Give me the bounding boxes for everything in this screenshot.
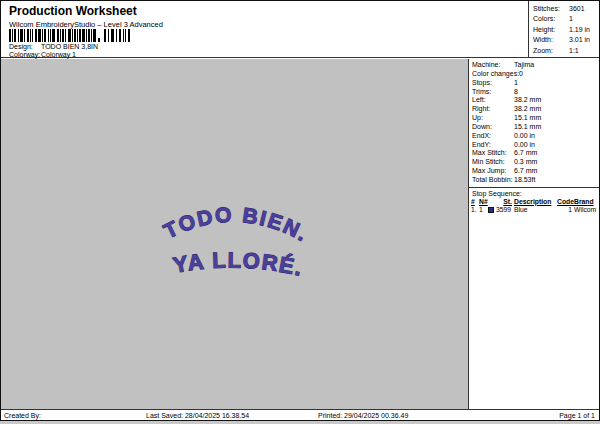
stop-row-code: 1: [557, 206, 574, 215]
barcode: [9, 29, 131, 43]
design-name-row: Design:TODO BIEN 3,8IN: [9, 43, 98, 50]
summary-height: Height:1.19 in: [533, 25, 599, 35]
summary-width: Width:3.01 in: [533, 35, 599, 45]
stop-sequence-title: Stop Sequence:: [472, 190, 599, 197]
printed-text: Printed: 29/04/2025 00.36.49: [318, 410, 408, 421]
worksheet-header: Production Worksheet Wilcom EmbroiderySt…: [1, 1, 599, 58]
production-worksheet-page: Production Worksheet Wilcom EmbroiderySt…: [0, 0, 600, 421]
machine-row: Max Stitch:6.7 mm: [472, 149, 599, 158]
summary-colors: Colors:1: [533, 14, 599, 24]
stop-row-n: 1: [479, 206, 488, 215]
summary-zoom: Zoom:1:1: [533, 46, 599, 56]
stop-sequence-table: # N# St. Description Code Brand 1. 1 359…: [471, 198, 599, 215]
stop-row-num: 1.: [471, 206, 479, 215]
design-text-line2: YA LLORÉ.: [171, 248, 306, 281]
machine-row: Min Stitch:0.3 mm: [472, 158, 599, 167]
machine-row: EndY:0.00 in: [472, 141, 599, 150]
machine-row: Max Jump:6.7 mm: [472, 167, 599, 176]
machine-row: Machine:Tajima: [472, 61, 599, 70]
machine-row: Stops:1: [472, 79, 599, 88]
machine-row: Right:38.2 mm: [472, 105, 599, 114]
machine-row: Total Bobbin:18.53ft: [472, 176, 599, 185]
machine-settings-list: Machine:Tajima Color changes:0 Stops:1 T…: [469, 59, 599, 185]
machine-row: Color changes:0: [472, 70, 599, 79]
colorway-value: Colorway 1: [41, 51, 76, 58]
machine-row: EndX:0.00 in: [472, 132, 599, 141]
page-title: Production Worksheet: [9, 4, 137, 18]
last-saved-text: Last Saved: 28/04/2025 16.38.54: [146, 410, 249, 421]
col-description: Description: [514, 198, 557, 207]
col-num: #: [471, 198, 479, 207]
created-by-label: Created By:: [4, 410, 41, 421]
design-text-line1: TODO BIEN.: [160, 203, 313, 246]
col-n: N#: [479, 198, 488, 207]
page-number: Page 1 of 1: [559, 410, 595, 421]
thread-color-swatch: [488, 207, 494, 213]
machine-info-panel: Machine:Tajima Color changes:0 Stops:1 T…: [468, 59, 599, 409]
worksheet-footer: Created By: Last Saved: 28/04/2025 16.38…: [1, 409, 599, 421]
embroidery-design-preview: TODO BIEN. YA LLORÉ.: [151, 193, 321, 288]
col-code: Code: [557, 198, 574, 207]
summary-stitches: Stitches:3601: [533, 4, 599, 14]
svg-text:YA LLORÉ.: YA LLORÉ.: [171, 248, 306, 281]
col-brand: Brand: [574, 198, 600, 207]
design-label: Design:: [9, 43, 41, 50]
stop-sequence-divider: [469, 187, 599, 188]
machine-row: Trims:8: [472, 88, 599, 97]
design-value: TODO BIEN 3,8IN: [41, 43, 98, 50]
colorway-row: Colorway:Colorway 1: [9, 51, 76, 58]
stop-row-brand: Wilcom: [574, 206, 600, 215]
design-canvas: TODO BIEN. YA LLORÉ.: [1, 59, 468, 409]
software-subtitle: Wilcom EmbroideryStudio – Level 3 Advanc…: [9, 20, 163, 29]
machine-row: Down:15.1 mm: [472, 123, 599, 132]
machine-row: Up:15.1 mm: [472, 114, 599, 123]
design-summary-box: Stitches:3601 Colors:1 Height:1.19 in Wi…: [528, 1, 599, 58]
colorway-label: Colorway:: [9, 51, 41, 58]
stop-row-st: 3599: [488, 206, 514, 215]
stop-row-description: Blue: [514, 206, 557, 215]
svg-text:TODO BIEN.: TODO BIEN.: [160, 203, 313, 246]
machine-row: Left:38.2 mm: [472, 96, 599, 105]
col-st: St.: [488, 198, 514, 207]
